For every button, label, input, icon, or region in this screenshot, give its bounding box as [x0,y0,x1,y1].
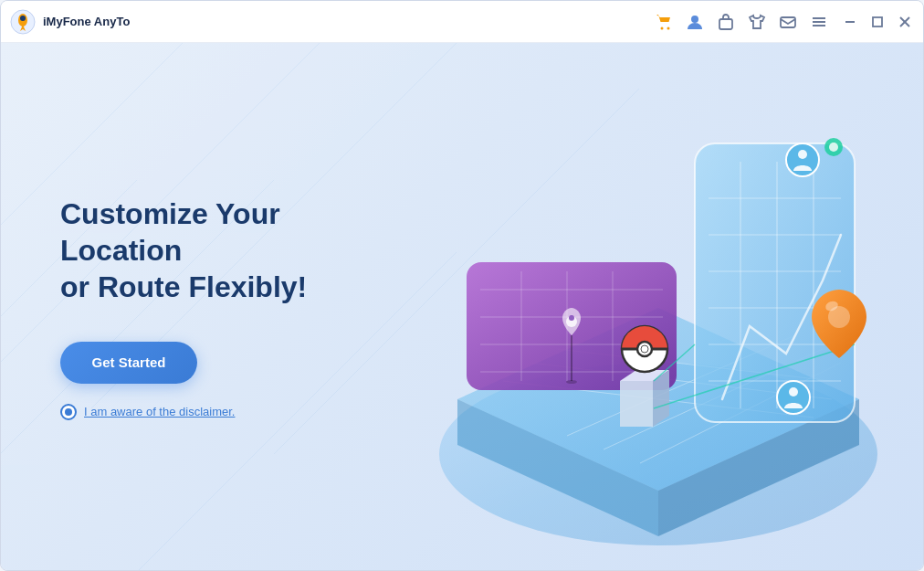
svg-point-41 [569,315,574,321]
get-started-button[interactable]: Get Started [60,342,197,384]
disclaimer-row: I am aware of the disclaimer. [60,404,366,420]
close-button[interactable] [898,15,912,29]
disclaimer-radio[interactable] [60,404,77,420]
svg-marker-44 [620,381,653,427]
cart-icon[interactable] [655,13,673,31]
mail-icon[interactable] [779,13,797,31]
svg-point-67 [829,143,838,152]
disclaimer-link[interactable]: I am aware of the disclaimer. [84,405,235,418]
toolbar-icons [655,13,828,31]
titlebar-left: iMyFone AnyTo [10,9,130,35]
svg-point-69 [789,387,798,397]
svg-point-5 [691,16,698,23]
svg-point-68 [777,381,810,414]
app-title: iMyFone AnyTo [43,15,130,28]
svg-point-64 [786,143,819,176]
main-content: Customize Your Location or Route Flexibl… [1,43,923,571]
titlebar-right [655,13,912,31]
user-icon[interactable] [686,13,704,31]
shirt-icon[interactable] [748,13,766,31]
illustration-container [384,70,896,545]
svg-rect-6 [719,19,732,29]
app-logo-icon [10,9,36,35]
window-controls [843,15,912,29]
svg-point-50 [641,345,648,353]
svg-point-2 [20,16,26,21]
svg-point-4 [667,26,670,29]
disclaimer-radio-dot [65,408,72,416]
svg-rect-12 [873,17,882,26]
maximize-button[interactable] [870,15,885,29]
menu-icon[interactable] [810,13,828,31]
bag-icon[interactable] [717,13,735,31]
svg-rect-7 [781,17,795,27]
left-section: Customize Your Location or Route Flexibl… [1,43,366,571]
svg-point-43 [566,380,577,384]
right-illustration [357,43,923,571]
main-illustration-svg [384,70,896,545]
titlebar: iMyFone AnyTo [1,1,923,43]
svg-point-65 [798,150,807,159]
svg-rect-51 [695,143,855,422]
main-headline: Customize Your Location or Route Flexibl… [60,196,366,305]
svg-point-3 [661,26,664,29]
minimize-button[interactable] [843,15,857,29]
